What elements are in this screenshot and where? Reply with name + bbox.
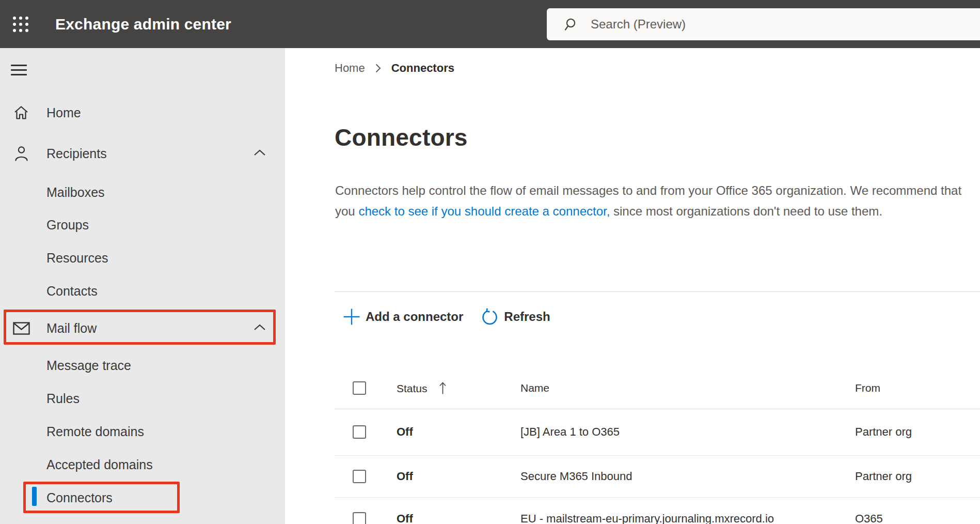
sidebar-item-label: Mail flow xyxy=(46,321,97,336)
sidebar-item-mailboxes[interactable]: Mailboxes xyxy=(0,180,285,205)
toolbar: Add a connector Refresh xyxy=(343,304,550,329)
refresh-icon xyxy=(481,308,499,326)
page-title: Connectors xyxy=(335,124,468,151)
sort-ascending-icon xyxy=(439,381,447,395)
hamburger-icon xyxy=(11,65,27,66)
table-row[interactable]: Off EU - mailstream-eu-primary.journalin… xyxy=(285,497,980,524)
sidebar-item-label: Recipients xyxy=(46,146,107,161)
toolbar-divider xyxy=(335,291,980,292)
sidebar-item-groups[interactable]: Groups xyxy=(0,212,285,237)
sidebar-item-message-trace[interactable]: Message trace xyxy=(0,353,285,378)
topbar: Exchange admin center xyxy=(0,0,980,48)
chevron-up-icon xyxy=(254,323,266,333)
selected-indicator-bar xyxy=(32,487,37,506)
row-status: Off xyxy=(397,425,413,439)
table-row[interactable]: Off [JB] Area 1 to O365 Partner org xyxy=(285,409,980,455)
person-icon xyxy=(12,146,30,161)
row-status: Off xyxy=(397,512,413,524)
row-checkbox[interactable] xyxy=(353,470,366,483)
breadcrumb-home-link[interactable]: Home xyxy=(335,61,365,75)
sidebar-item-remote-domains[interactable]: Remote domains xyxy=(0,419,285,444)
sidebar-item-accepted-domains[interactable]: Accepted domains xyxy=(0,452,285,477)
description-text: since most organizations don't need to u… xyxy=(610,204,882,218)
chevron-up-icon xyxy=(254,149,266,158)
breadcrumb-chevron-icon xyxy=(375,63,382,73)
sidebar-item-label: Contacts xyxy=(46,284,98,299)
nav-toggle-button[interactable] xyxy=(11,65,31,78)
app-launcher-button[interactable] xyxy=(9,14,32,35)
plus-icon xyxy=(343,308,360,326)
app-title: Exchange admin center xyxy=(55,16,231,33)
row-from: Partner org xyxy=(855,425,912,439)
sidebar-item-rules[interactable]: Rules xyxy=(0,386,285,411)
sidebar-item-resources[interactable]: Resources xyxy=(0,245,285,270)
search-input[interactable] xyxy=(591,17,980,32)
sidebar-item-label: Mailboxes xyxy=(46,185,105,200)
refresh-button[interactable]: Refresh xyxy=(481,308,550,326)
row-from: O365 xyxy=(855,512,883,524)
sidebar-item-mail-flow[interactable]: Mail flow xyxy=(0,316,285,341)
row-checkbox[interactable] xyxy=(353,512,366,524)
search-icon xyxy=(564,18,578,32)
table-row[interactable]: Off Secure M365 Inbound Partner org xyxy=(285,455,980,497)
column-header-from[interactable]: From xyxy=(855,382,880,394)
page-description: Connectors help control the flow of emai… xyxy=(335,180,969,222)
table-header-row: Status Name From xyxy=(285,367,980,409)
sidebar-item-contacts[interactable]: Contacts xyxy=(0,279,285,303)
breadcrumb: Home Connectors xyxy=(335,61,454,75)
add-connector-label: Add a connector xyxy=(366,310,463,324)
row-checkbox[interactable] xyxy=(353,425,366,439)
sidebar-item-label: Home xyxy=(46,105,81,120)
column-header-label: Status xyxy=(397,382,428,394)
sidebar-item-label: Groups xyxy=(46,218,89,233)
column-header-status[interactable]: Status xyxy=(397,381,447,395)
sidebar-item-label: Resources xyxy=(46,251,108,266)
breadcrumb-current: Connectors xyxy=(391,61,454,75)
sidebar-item-recipients[interactable]: Recipients xyxy=(0,141,285,166)
refresh-label: Refresh xyxy=(504,310,550,324)
sidebar-item-label: Remote domains xyxy=(46,424,144,439)
waffle-icon xyxy=(13,17,28,32)
mail-icon xyxy=(12,322,30,335)
row-status: Off xyxy=(397,470,413,483)
add-connector-button[interactable]: Add a connector xyxy=(343,308,463,326)
row-name: Secure M365 Inbound xyxy=(520,470,633,483)
row-name: EU - mailstream-eu-primary.journaling.mx… xyxy=(520,512,774,524)
sidebar-item-home[interactable]: Home xyxy=(0,100,285,125)
main-content: Home Connectors Connectors Connectors he… xyxy=(285,48,980,524)
sidebar-item-label: Message trace xyxy=(46,358,131,373)
create-connector-check-link[interactable]: check to see if you should create a conn… xyxy=(358,204,610,218)
global-search[interactable] xyxy=(547,8,980,40)
select-all-checkbox[interactable] xyxy=(353,381,366,395)
row-name: [JB] Area 1 to O365 xyxy=(520,425,620,439)
row-from: Partner org xyxy=(855,470,912,483)
sidebar-item-label: Accepted domains xyxy=(46,457,153,472)
sidebar-item-label: Rules xyxy=(46,391,80,406)
column-header-name[interactable]: Name xyxy=(520,382,549,394)
sidebar-item-connectors[interactable]: Connectors xyxy=(0,485,285,510)
sidebar: Home Recipients Mailboxes Groups Resourc… xyxy=(0,48,285,524)
sidebar-item-label: Connectors xyxy=(46,490,113,505)
home-icon xyxy=(12,105,30,120)
